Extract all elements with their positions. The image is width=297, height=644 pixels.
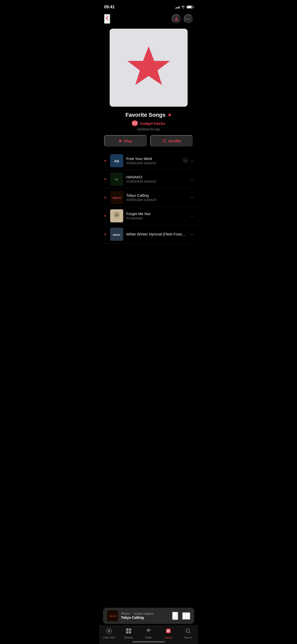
song-star-icon: ★ <box>103 196 107 199</box>
author-badge: GADGETHACKS <box>132 120 138 126</box>
svg-marker-0 <box>127 46 170 85</box>
song-list: ★ AG Free Your Mind ATARASHII GAKKO! ···… <box>99 152 198 244</box>
song-more-icon[interactable]: ··· <box>190 158 194 164</box>
svg-text:PENTA: PENTA <box>113 234 120 236</box>
status-bar: 09:41 <box>99 0 198 12</box>
svg-text:SG: SG <box>115 214 118 216</box>
song-title: Tokyo Calling <box>126 193 187 197</box>
song-more-icon[interactable]: ··· <box>190 213 194 219</box>
nav-bar: ●●● <box>99 12 198 26</box>
wifi-icon <box>181 6 185 9</box>
song-title: HANAKO <box>126 175 187 179</box>
table-row[interactable]: ★ SG Forget Me Not St Germain ··· <box>99 207 198 225</box>
song-artist: ATARASHII GAKKO! <box>126 180 187 183</box>
table-row[interactable]: ★ TOKYO Tokyo Calling ATARASHII GAKKO! ·… <box>99 188 198 207</box>
playlist-title: Favorite Songs ★ <box>104 112 193 118</box>
shuffle-button[interactable]: Shuffle <box>150 135 193 147</box>
song-more-icon[interactable]: ··· <box>190 177 194 182</box>
song-artist: St Germain <box>126 216 187 220</box>
nav-actions: ●●● <box>172 14 193 23</box>
song-artist: ATARASHII GAKKO! <box>126 198 187 202</box>
song-thumbnail: AG <box>110 154 123 167</box>
star-artwork <box>123 44 174 92</box>
song-thumbnail: TOKYO <box>110 191 123 204</box>
song-actions: ··· <box>183 158 194 164</box>
download-button[interactable] <box>172 14 181 23</box>
svg-marker-1 <box>119 139 122 142</box>
playlist-info: Favorite Songs ★ GADGETHACKS Gadget Hack… <box>99 111 198 135</box>
playlist-updated: Updated 6d ago <box>104 127 193 131</box>
song-info: Tokyo Calling ATARASHII GAKKO! <box>126 193 187 202</box>
play-button[interactable]: Play <box>104 135 147 147</box>
song-artist: ATARASHII GAKKO! <box>126 161 180 165</box>
playlist-star-icon: ★ <box>167 112 172 118</box>
album-art-container <box>99 26 198 111</box>
song-star-icon: ★ <box>103 232 107 236</box>
svg-text:H: H <box>115 178 118 181</box>
song-info: Free Your Mind ATARASHII GAKKO! <box>126 156 180 165</box>
author-name[interactable]: Gadget Hacks <box>140 121 165 126</box>
svg-text:TOKYO: TOKYO <box>112 197 121 199</box>
signal-icon <box>175 6 180 9</box>
song-download-icon[interactable] <box>183 158 188 164</box>
back-button[interactable] <box>104 14 110 24</box>
song-thumbnail: H <box>110 173 123 186</box>
song-info: Forget Me Not St Germain <box>126 212 187 220</box>
song-info: HANAKO ATARASHII GAKKO! <box>126 175 187 183</box>
svg-text:AG: AG <box>114 159 119 163</box>
song-actions: ··· <box>190 213 194 219</box>
song-thumbnail: PENTA <box>110 228 123 241</box>
song-title: Free Your Mind <box>126 156 180 161</box>
song-title: Forget Me Not <box>126 212 187 216</box>
playlist-author: GADGETHACKS Gadget Hacks <box>104 120 193 126</box>
battery-icon <box>187 6 193 9</box>
album-art <box>110 29 188 107</box>
more-options-button[interactable]: ●●● <box>184 14 193 23</box>
song-title: White Winter Hymnal (Fleet Foxes Cover) <box>126 232 187 236</box>
song-actions: ··· <box>190 195 194 200</box>
status-icons <box>175 6 193 9</box>
song-star-icon: ★ <box>103 159 107 163</box>
table-row[interactable]: ★ AG Free Your Mind ATARASHII GAKKO! ··· <box>99 152 198 170</box>
song-thumbnail: SG <box>110 209 123 222</box>
action-buttons: Play Shuffle <box>99 135 198 152</box>
song-star-icon: ★ <box>103 177 107 181</box>
song-info: White Winter Hymnal (Fleet Foxes Cover) <box>126 232 187 237</box>
song-more-icon[interactable]: ··· <box>190 195 194 200</box>
table-row[interactable]: ★ PENTA White Winter Hymnal (Fleet Foxes… <box>99 225 198 244</box>
song-actions: ··· <box>190 177 194 182</box>
table-row[interactable]: ★ H HANAKO ATARASHII GAKKO! ··· <box>99 170 198 188</box>
song-star-icon: ★ <box>103 214 107 218</box>
status-time: 09:41 <box>104 5 115 10</box>
song-more-icon[interactable]: ··· <box>190 232 194 237</box>
song-actions: ··· <box>190 232 194 237</box>
